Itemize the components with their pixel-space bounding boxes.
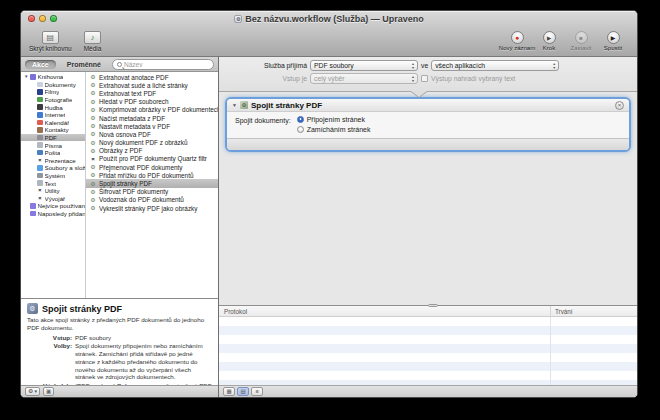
merge-mode-radio-group: Připojením stránek Zamícháním stránek [297,116,371,133]
description-field: Vstup: PDF soubory [27,334,212,342]
splitter-grip[interactable] [428,304,438,307]
action-list-item[interactable]: Nová osnova PDF [86,130,218,138]
action-gear-icon [90,74,96,80]
action-menu-button[interactable] [25,387,40,396]
remove-action-icon[interactable]: × [615,101,624,110]
log-body[interactable] [219,317,637,385]
tab-variables[interactable]: Proměnné [60,60,108,69]
action-block-header[interactable]: ▼ ⚙ Spojit stránky PDF × [227,99,629,112]
run-button[interactable]: Spustit [597,31,629,51]
radio-icon[interactable] [297,116,304,123]
log-panel: Protokol Trvání [219,305,637,397]
sidebar-item[interactable]: Text [21,179,85,187]
close-window-icon[interactable] [28,15,35,22]
log-list-button[interactable] [237,387,249,396]
radio-option[interactable]: Zamícháním stránek [297,126,371,133]
gear-icon [28,388,33,395]
toolbar: Skrýt knihovnu Média Nový záznam Krok Za… [21,26,637,57]
action-list-item[interactable]: Obrázky z PDF [86,147,218,155]
sidebar-item[interactable]: Písma [21,141,85,149]
action-list-item[interactable]: Přejmenovat PDF dokumenty [86,163,218,171]
sidebar-item[interactable]: Utility [21,187,85,195]
media-button[interactable]: Média [84,31,102,52]
sidebar-item[interactable]: Prezentace [21,157,85,165]
workflow-pane: Služba přijímá PDF soubory ▴▾ ve všech a… [219,57,637,397]
action-list-item[interactable]: Načíst metadata z PDF [86,114,218,122]
sidebar-item[interactable]: Fotografie [21,96,85,104]
sidebar-item[interactable]: Nejvíce používané [21,202,85,210]
step-button[interactable]: Krok [533,31,565,51]
log-menu-button[interactable] [251,387,263,396]
sidebar-item[interactable]: Kontakty [21,126,85,134]
action-list-item[interactable]: Použít pro PDF dokumenty Quartz filtr [86,155,218,163]
action-description-title: Spojit stránky PDF [42,304,122,314]
radio-option[interactable]: Připojením stránek [297,116,371,123]
popup-arrows-icon: ▴▾ [412,62,414,69]
service-input-row: Vstup je celý výběr ▴▾ Výstup nahradí vy… [225,73,631,84]
service-in-label: ve [421,62,428,69]
action-list-item[interactable]: Extrahovat anotace PDF [86,73,218,81]
sidebar-item[interactable]: Internet [21,111,85,119]
action-list-item[interactable]: Extrahovat sudé a liché stránky [86,81,218,89]
record-button[interactable]: Nový záznam [501,31,533,51]
pdf-action-icon: ⚙ [240,101,248,109]
service-app-popup[interactable]: všech aplikacích ▴▾ [431,60,559,71]
window-controls [28,15,57,22]
action-gear-icon [90,140,96,146]
action-list-item[interactable]: Komprimovat obrázky v PDF dokumentech [86,106,218,114]
log-grid-button[interactable] [223,387,235,396]
sidebar-item[interactable]: Soubory a složky [21,164,85,172]
sidebar-item[interactable]: Kalendář [21,119,85,127]
sidebar-item[interactable]: Vývojář [21,195,85,203]
minimize-window-icon[interactable] [39,15,46,22]
step-icon [543,31,556,44]
photos-icon [37,97,43,103]
zoom-window-icon[interactable] [50,15,57,22]
library-header: Akce Proměnné [21,57,218,72]
workflow-canvas[interactable]: ▼ ⚙ Spojit stránky PDF × Spojit dokument… [219,92,637,305]
title-bar[interactable]: ⚙ Bez názvu.workflow (Služba) — Upraveno [21,11,637,26]
action-list-item[interactable]: Nastavit metadata v PDF [86,122,218,130]
record-icon [511,31,524,44]
sidebar-item[interactable]: Hudba [21,103,85,111]
system-icon [37,173,43,179]
log-column-duration[interactable]: Trvání [551,308,637,315]
sidebar-item[interactable]: Dokumenty [21,81,85,89]
action-list-item[interactable]: Vodoznak do PDF dokumentů [86,196,218,204]
action-list-item[interactable]: Nový dokument PDF z obrázků [86,139,218,147]
sidebar-item[interactable]: PDF [21,134,85,142]
action-list: Extrahovat anotace PDF Extrahovat sudé a… [85,72,218,298]
toggle-description-button[interactable] [43,387,54,396]
hide-library-button[interactable]: Skrýt knihovnu [29,31,72,52]
replace-text-checkbox [421,75,428,82]
panel-icon [46,388,51,395]
calendar-icon [37,120,43,126]
sidebar-item[interactable]: Filmy [21,88,85,96]
service-receives-popup[interactable]: PDF soubory ▴▾ [310,60,418,71]
library-pane: Akce Proměnné ▼ Knihovna [21,57,219,397]
library-bottom-bar [21,385,218,397]
action-list-item[interactable]: Hledat v PDF souborech [86,98,218,106]
action-list-item[interactable]: Přidat mřížku do PDF dokumentů [86,171,218,179]
media-icon [84,31,101,44]
search-input[interactable] [124,61,209,68]
action-description-fields: Vstup: PDF soubory Volby: Spojí dokument… [27,334,212,386]
tab-actions[interactable]: Akce [25,60,56,69]
action-block-combine-pdf[interactable]: ▼ ⚙ Spojit stránky PDF × Spojit dokument… [225,97,631,152]
service-input-popup: celý výběr ▴▾ [310,73,418,84]
sidebar-item[interactable]: ▼ Knihovna [21,73,85,81]
action-list-item[interactable]: Vykreslit stránky PDF jako obrázky [86,204,218,212]
action-list-item[interactable]: Extrahovat text PDF [86,89,218,97]
document-proxy-icon[interactable]: ⚙ [234,15,242,23]
radio-icon[interactable] [297,126,304,133]
library-search[interactable] [112,59,214,70]
sidebar-item[interactable]: Pošta [21,149,85,157]
action-list-item[interactable]: Šifrovat PDF dokumenty [86,188,218,196]
action-description-summary: Tato akce spojí stránky z předaných PDF … [27,316,212,332]
log-column-protocol[interactable]: Protokol [219,306,551,316]
action-list-item[interactable]: Spojit stránky PDF [86,179,218,187]
log-bottom-bar [219,385,637,397]
collapse-triangle-icon[interactable]: ▼ [232,102,237,108]
sidebar-item[interactable]: Systém [21,172,85,180]
sidebar-item[interactable]: Naposledy přidané [21,210,85,218]
